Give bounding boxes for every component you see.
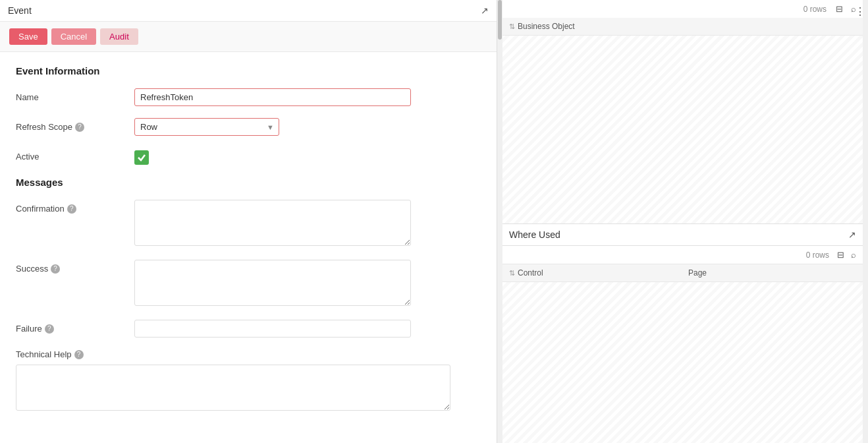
where-used-title: Where Used — [509, 229, 560, 240]
left-panel: Event ↗ Save Cancel Audit Event Informat… — [0, 0, 497, 443]
expand-icon[interactable]: ↗ — [481, 5, 489, 16]
active-checkbox-wrapper — [134, 148, 149, 165]
where-used-cols-bar: ⇅ Control Page — [502, 264, 863, 282]
failure-group: Failure ? — [16, 320, 481, 338]
top-rows-count: 0 rows — [803, 5, 827, 14]
technical-help-label: Technical Help ? — [16, 349, 84, 359]
col-control-label: Control — [518, 268, 686, 278]
right-sidebar — [863, 0, 868, 443]
save-button[interactable]: Save — [9, 28, 47, 45]
panel-title: Event — [8, 5, 32, 16]
messages-section-title: Messages — [16, 177, 481, 188]
where-used-header-bar: 0 rows ⊟ ⌕ — [502, 246, 863, 264]
where-used-header: Where Used ↗ — [502, 224, 863, 246]
technical-help-group: Technical Help ? — [16, 349, 481, 411]
technical-help-help-icon[interactable]: ? — [74, 350, 84, 359]
confirmation-control — [134, 200, 411, 248]
success-control — [134, 260, 411, 308]
confirmation-group: Confirmation ? — [16, 200, 481, 248]
failure-help-icon[interactable]: ? — [45, 324, 54, 334]
success-label: Success ? — [16, 260, 134, 274]
top-table-empty-area — [502, 36, 863, 223]
where-used-filter-icon[interactable]: ⊟ — [836, 249, 846, 261]
name-field-group: Name — [16, 88, 481, 106]
where-used-rows-count: 0 rows — [806, 251, 829, 260]
cancel-button[interactable]: Cancel — [51, 28, 96, 45]
active-checkbox[interactable] — [134, 150, 149, 165]
scroll-thumb[interactable] — [498, 0, 502, 40]
messages-section: Messages Confirmation ? Success ? — [16, 177, 481, 411]
top-filter-icon[interactable]: ⊟ — [834, 3, 844, 15]
active-label: Active — [16, 148, 134, 162]
col-page-label: Page — [688, 268, 856, 278]
failure-label: Failure ? — [16, 320, 134, 334]
event-info-section-title: Event Information — [16, 65, 481, 76]
success-textarea[interactable] — [134, 260, 411, 306]
top-table-bar: 0 rows ⊟ ⌕ — [502, 0, 863, 18]
success-group: Success ? — [16, 260, 481, 308]
confirmation-help-icon[interactable]: ? — [67, 204, 76, 214]
refresh-scope-select[interactable]: Row Page All — [134, 118, 279, 136]
failure-control — [134, 320, 411, 338]
scroll-track — [497, 0, 502, 443]
where-used-section: Where Used ↗ 0 rows ⊟ ⌕ ⇅ Control Page — [502, 224, 863, 443]
where-used-sort-icon[interactable]: ⇅ — [509, 269, 515, 278]
success-help-icon[interactable]: ? — [51, 264, 60, 274]
confirmation-label: Confirmation ? — [16, 200, 134, 214]
name-input[interactable] — [134, 88, 411, 106]
checkmark-icon — [137, 153, 146, 162]
top-col-business-object: Business Object — [518, 22, 575, 31]
where-used-empty-area — [502, 282, 863, 443]
top-table-section: 0 rows ⊟ ⌕ ⇅ Business Object — [502, 0, 863, 224]
refresh-scope-control: Row Page All ▼ — [134, 118, 411, 136]
right-panel: 0 rows ⊟ ⌕ ⇅ Business Object Where Used … — [502, 0, 863, 443]
refresh-scope-help-icon[interactable]: ? — [75, 123, 84, 132]
where-used-search-icon[interactable]: ⌕ — [850, 249, 857, 261]
form-content: Event Information Name Refresh Scope ? — [0, 52, 497, 443]
top-table-header: ⇅ Business Object — [502, 18, 863, 36]
name-control — [134, 88, 411, 106]
audit-button[interactable]: Audit — [100, 28, 138, 45]
refresh-scope-label: Refresh Scope ? — [16, 118, 134, 132]
refresh-scope-select-wrapper: Row Page All ▼ — [134, 118, 279, 136]
confirmation-textarea[interactable] — [134, 200, 411, 246]
where-used-expand-icon[interactable]: ↗ — [848, 229, 856, 240]
name-label: Name — [16, 88, 134, 102]
failure-input[interactable] — [134, 320, 411, 338]
top-sort-icon[interactable]: ⇅ — [509, 22, 515, 31]
panel-header: Event ↗ — [0, 0, 497, 22]
technical-help-textarea[interactable] — [16, 365, 450, 411]
active-field-group: Active — [16, 148, 481, 165]
toolbar: Save Cancel Audit — [0, 22, 497, 52]
menu-dots-icon[interactable]: ⋮ — [855, 5, 865, 18]
refresh-scope-group: Refresh Scope ? Row Page All ▼ — [16, 118, 481, 136]
